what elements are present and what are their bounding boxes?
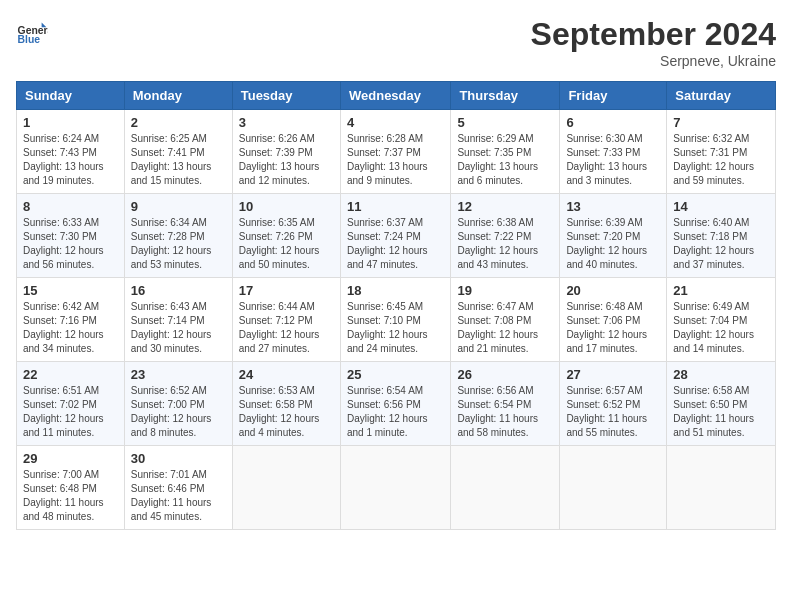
table-row: 20 Sunrise: 6:48 AM Sunset: 7:06 PM Dayl… [560,278,667,362]
table-row: 23 Sunrise: 6:52 AM Sunset: 7:00 PM Dayl… [124,362,232,446]
table-row: 17 Sunrise: 6:44 AM Sunset: 7:12 PM Dayl… [232,278,340,362]
day-number: 9 [131,199,226,214]
day-info: Sunrise: 6:47 AM Sunset: 7:08 PM Dayligh… [457,300,553,356]
table-row: 28 Sunrise: 6:58 AM Sunset: 6:50 PM Dayl… [667,362,776,446]
day-number: 18 [347,283,444,298]
table-row: 6 Sunrise: 6:30 AM Sunset: 7:33 PM Dayli… [560,110,667,194]
day-info: Sunrise: 6:56 AM Sunset: 6:54 PM Dayligh… [457,384,553,440]
day-info: Sunrise: 6:58 AM Sunset: 6:50 PM Dayligh… [673,384,769,440]
table-row [340,446,450,530]
table-row: 5 Sunrise: 6:29 AM Sunset: 7:35 PM Dayli… [451,110,560,194]
day-info: Sunrise: 6:49 AM Sunset: 7:04 PM Dayligh… [673,300,769,356]
day-number: 15 [23,283,118,298]
calendar-week-row: 22 Sunrise: 6:51 AM Sunset: 7:02 PM Dayl… [17,362,776,446]
day-number: 4 [347,115,444,130]
day-info: Sunrise: 6:42 AM Sunset: 7:16 PM Dayligh… [23,300,118,356]
day-number: 17 [239,283,334,298]
day-info: Sunrise: 6:45 AM Sunset: 7:10 PM Dayligh… [347,300,444,356]
table-row: 1 Sunrise: 6:24 AM Sunset: 7:43 PM Dayli… [17,110,125,194]
calendar-header-row: Sunday Monday Tuesday Wednesday Thursday… [17,82,776,110]
calendar-week-row: 29 Sunrise: 7:00 AM Sunset: 6:48 PM Dayl… [17,446,776,530]
month-year: September 2024 [531,16,776,53]
table-row: 29 Sunrise: 7:00 AM Sunset: 6:48 PM Dayl… [17,446,125,530]
day-info: Sunrise: 6:51 AM Sunset: 7:02 PM Dayligh… [23,384,118,440]
day-info: Sunrise: 6:26 AM Sunset: 7:39 PM Dayligh… [239,132,334,188]
table-row: 24 Sunrise: 6:53 AM Sunset: 6:58 PM Dayl… [232,362,340,446]
day-number: 5 [457,115,553,130]
day-info: Sunrise: 7:00 AM Sunset: 6:48 PM Dayligh… [23,468,118,524]
logo-icon: General Blue [16,16,48,48]
day-number: 19 [457,283,553,298]
col-tuesday: Tuesday [232,82,340,110]
day-number: 12 [457,199,553,214]
table-row [560,446,667,530]
day-number: 1 [23,115,118,130]
table-row: 26 Sunrise: 6:56 AM Sunset: 6:54 PM Dayl… [451,362,560,446]
table-row [232,446,340,530]
day-info: Sunrise: 6:29 AM Sunset: 7:35 PM Dayligh… [457,132,553,188]
day-number: 16 [131,283,226,298]
table-row: 21 Sunrise: 6:49 AM Sunset: 7:04 PM Dayl… [667,278,776,362]
day-info: Sunrise: 6:53 AM Sunset: 6:58 PM Dayligh… [239,384,334,440]
table-row: 19 Sunrise: 6:47 AM Sunset: 7:08 PM Dayl… [451,278,560,362]
day-number: 26 [457,367,553,382]
day-info: Sunrise: 6:38 AM Sunset: 7:22 PM Dayligh… [457,216,553,272]
col-thursday: Thursday [451,82,560,110]
day-number: 30 [131,451,226,466]
col-sunday: Sunday [17,82,125,110]
svg-text:Blue: Blue [18,34,41,45]
day-number: 23 [131,367,226,382]
day-info: Sunrise: 6:24 AM Sunset: 7:43 PM Dayligh… [23,132,118,188]
day-info: Sunrise: 6:54 AM Sunset: 6:56 PM Dayligh… [347,384,444,440]
table-row [667,446,776,530]
day-number: 3 [239,115,334,130]
table-row: 9 Sunrise: 6:34 AM Sunset: 7:28 PM Dayli… [124,194,232,278]
logo: General Blue [16,16,48,48]
day-number: 6 [566,115,660,130]
table-row: 16 Sunrise: 6:43 AM Sunset: 7:14 PM Dayl… [124,278,232,362]
table-row: 13 Sunrise: 6:39 AM Sunset: 7:20 PM Dayl… [560,194,667,278]
col-friday: Friday [560,82,667,110]
table-row: 11 Sunrise: 6:37 AM Sunset: 7:24 PM Dayl… [340,194,450,278]
col-saturday: Saturday [667,82,776,110]
day-info: Sunrise: 7:01 AM Sunset: 6:46 PM Dayligh… [131,468,226,524]
table-row: 18 Sunrise: 6:45 AM Sunset: 7:10 PM Dayl… [340,278,450,362]
day-info: Sunrise: 6:30 AM Sunset: 7:33 PM Dayligh… [566,132,660,188]
day-info: Sunrise: 6:44 AM Sunset: 7:12 PM Dayligh… [239,300,334,356]
day-number: 21 [673,283,769,298]
table-row: 27 Sunrise: 6:57 AM Sunset: 6:52 PM Dayl… [560,362,667,446]
day-number: 7 [673,115,769,130]
table-row: 14 Sunrise: 6:40 AM Sunset: 7:18 PM Dayl… [667,194,776,278]
table-row: 22 Sunrise: 6:51 AM Sunset: 7:02 PM Dayl… [17,362,125,446]
calendar-week-row: 15 Sunrise: 6:42 AM Sunset: 7:16 PM Dayl… [17,278,776,362]
col-monday: Monday [124,82,232,110]
day-info: Sunrise: 6:57 AM Sunset: 6:52 PM Dayligh… [566,384,660,440]
table-row: 2 Sunrise: 6:25 AM Sunset: 7:41 PM Dayli… [124,110,232,194]
day-info: Sunrise: 6:28 AM Sunset: 7:37 PM Dayligh… [347,132,444,188]
title-block: September 2024 Serpneve, Ukraine [531,16,776,69]
day-info: Sunrise: 6:52 AM Sunset: 7:00 PM Dayligh… [131,384,226,440]
day-info: Sunrise: 6:35 AM Sunset: 7:26 PM Dayligh… [239,216,334,272]
day-number: 28 [673,367,769,382]
table-row: 25 Sunrise: 6:54 AM Sunset: 6:56 PM Dayl… [340,362,450,446]
day-number: 24 [239,367,334,382]
location: Serpneve, Ukraine [531,53,776,69]
table-row: 3 Sunrise: 6:26 AM Sunset: 7:39 PM Dayli… [232,110,340,194]
day-number: 27 [566,367,660,382]
day-info: Sunrise: 6:32 AM Sunset: 7:31 PM Dayligh… [673,132,769,188]
table-row: 10 Sunrise: 6:35 AM Sunset: 7:26 PM Dayl… [232,194,340,278]
calendar: Sunday Monday Tuesday Wednesday Thursday… [16,81,776,530]
day-info: Sunrise: 6:34 AM Sunset: 7:28 PM Dayligh… [131,216,226,272]
table-row: 12 Sunrise: 6:38 AM Sunset: 7:22 PM Dayl… [451,194,560,278]
day-number: 25 [347,367,444,382]
table-row: 7 Sunrise: 6:32 AM Sunset: 7:31 PM Dayli… [667,110,776,194]
day-number: 10 [239,199,334,214]
col-wednesday: Wednesday [340,82,450,110]
calendar-week-row: 1 Sunrise: 6:24 AM Sunset: 7:43 PM Dayli… [17,110,776,194]
day-info: Sunrise: 6:33 AM Sunset: 7:30 PM Dayligh… [23,216,118,272]
day-number: 11 [347,199,444,214]
day-info: Sunrise: 6:48 AM Sunset: 7:06 PM Dayligh… [566,300,660,356]
day-info: Sunrise: 6:37 AM Sunset: 7:24 PM Dayligh… [347,216,444,272]
day-info: Sunrise: 6:25 AM Sunset: 7:41 PM Dayligh… [131,132,226,188]
day-info: Sunrise: 6:43 AM Sunset: 7:14 PM Dayligh… [131,300,226,356]
